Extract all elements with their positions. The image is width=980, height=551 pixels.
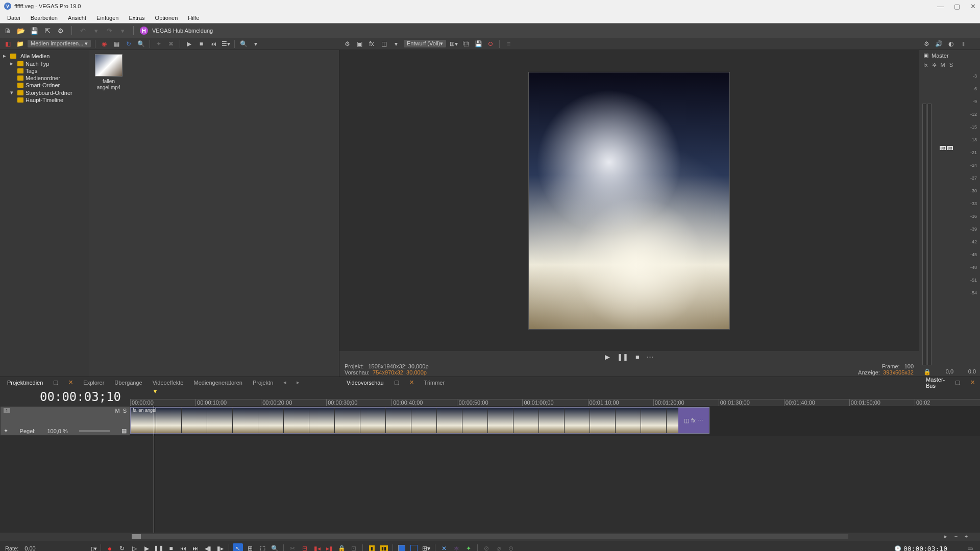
- master-solo-button[interactable]: S: [949, 62, 953, 68]
- capture-icon[interactable]: ◉: [100, 39, 109, 48]
- trim-start-button[interactable]: ▮◂: [312, 543, 322, 551]
- prev-frame-button[interactable]: ◂▮: [203, 543, 213, 551]
- bypass-button[interactable]: ⌀: [494, 543, 504, 551]
- menu-optionen[interactable]: Optionen: [151, 14, 182, 22]
- timeline-timecode[interactable]: 00:00:03;10: [0, 390, 130, 404]
- tab-uebergaenge[interactable]: Übergänge: [110, 379, 146, 387]
- search-media-icon[interactable]: 🔍: [136, 39, 145, 48]
- zoom-out-icon[interactable]: −: [952, 533, 960, 540]
- tree-haupt-timeline[interactable]: Haupt-Timeline: [1, 96, 88, 104]
- redo-icon[interactable]: ↷: [105, 26, 114, 35]
- clip-more-icon[interactable]: ⋯: [698, 417, 703, 424]
- media-view-dropdown-icon[interactable]: ☰▾: [221, 39, 230, 48]
- tab-scroll-right-icon[interactable]: ▸: [292, 378, 304, 387]
- menu-datei[interactable]: Datei: [3, 14, 24, 22]
- tab-trimmer[interactable]: Trimmer: [420, 379, 449, 387]
- preview-device-icon[interactable]: ▣: [355, 39, 364, 48]
- media-item[interactable]: fallen angel.mp4: [93, 54, 124, 91]
- tree-tags[interactable]: Tags: [1, 67, 88, 74]
- normal-edit-tool[interactable]: ↖: [233, 543, 243, 551]
- region-button[interactable]: ▮▮: [379, 543, 389, 551]
- tab-scroll-left-icon[interactable]: ◂: [279, 378, 290, 387]
- master-fx-icon[interactable]: fx: [923, 62, 928, 68]
- redo-dropdown-icon[interactable]: ▾: [118, 26, 127, 35]
- menu-ansicht[interactable]: Ansicht: [64, 14, 90, 22]
- tab-projektnotizen[interactable]: Projektn: [249, 379, 277, 387]
- refresh-icon[interactable]: ↻: [124, 39, 133, 48]
- media-fx-icon[interactable]: ✦: [154, 39, 163, 48]
- master-out-icon[interactable]: ▣: [923, 52, 928, 59]
- play-media-icon[interactable]: ▶: [184, 39, 193, 48]
- mixer-props-icon[interactable]: ⚙: [922, 39, 931, 48]
- undo-icon[interactable]: ↶: [78, 26, 87, 35]
- tree-storyboard-ordner[interactable]: ▾Storyboard-Ordner: [1, 89, 88, 96]
- event-fx-button[interactable]: ⚛: [451, 543, 461, 551]
- stop-button[interactable]: ■: [166, 543, 176, 551]
- tab-close2-icon[interactable]: ✕: [405, 378, 418, 387]
- record-button[interactable]: ●: [105, 543, 115, 551]
- autoripple-button[interactable]: [397, 543, 407, 551]
- view-icon[interactable]: ▦: [112, 39, 121, 48]
- quantize-button[interactable]: ⊞▾: [421, 543, 431, 551]
- tab-videovorschau[interactable]: Videovorschau: [342, 379, 388, 387]
- pause-button[interactable]: ❚❚: [154, 543, 164, 551]
- go-start-button[interactable]: ⏮: [178, 543, 188, 551]
- menu-bearbeiten[interactable]: Bearbeiten: [27, 14, 62, 22]
- hub-label[interactable]: VEGAS Hub Abmeldung: [152, 28, 213, 34]
- preview-overlay-icon[interactable]: ⊞▾: [449, 39, 458, 48]
- import-folder-icon[interactable]: 📁: [15, 39, 24, 48]
- track-solo-button[interactable]: S: [123, 408, 127, 414]
- menu-einfuegen[interactable]: Einfügen: [92, 14, 122, 22]
- properties-icon[interactable]: ⚙: [56, 26, 65, 35]
- transport-clock-icon[interactable]: 🕑: [894, 545, 901, 552]
- import-media-button[interactable]: Medien importieren... ▾: [28, 40, 91, 47]
- zoom-tool-button[interactable]: 🔍: [270, 543, 280, 551]
- preview-stop-icon[interactable]: ■: [635, 353, 640, 361]
- tab-videoeffekte[interactable]: Videoeffekte: [149, 379, 188, 387]
- zoom-in-icon[interactable]: +: [963, 533, 970, 540]
- preview-split-icon[interactable]: ◫: [379, 39, 388, 48]
- tree-smart-ordner[interactable]: Smart-Ordner: [1, 82, 88, 89]
- minimize-button[interactable]: —: [937, 3, 944, 10]
- lock-event-button[interactable]: 🔒: [336, 543, 347, 551]
- preview-quality-dropdown[interactable]: Entwurf (Voll)▾: [404, 40, 446, 47]
- menu-extras[interactable]: Extras: [125, 14, 149, 22]
- track-more-icon[interactable]: ▦: [121, 428, 127, 434]
- open-icon[interactable]: 📂: [16, 26, 26, 35]
- misc-button[interactable]: ⊙: [506, 543, 516, 551]
- selection-tool-button[interactable]: ⬚: [257, 543, 267, 551]
- mixer-downmix-icon[interactable]: 🔊: [934, 39, 943, 48]
- tab-detach2-icon[interactable]: ▢: [390, 378, 403, 387]
- close-button[interactable]: ✕: [970, 3, 976, 10]
- ignore-button[interactable]: ⊘: [481, 543, 492, 551]
- tab-close-icon[interactable]: ✕: [64, 378, 77, 387]
- timeline-scrollbar[interactable]: [132, 534, 848, 539]
- tree-nach-typ[interactable]: ▸Nach Typ: [1, 60, 88, 67]
- preview-copy-icon[interactable]: ⿻: [461, 39, 471, 48]
- tree-medienordner[interactable]: Medienordner: [1, 74, 88, 82]
- trim-end-button[interactable]: ▸▮: [324, 543, 334, 551]
- next-frame-button[interactable]: ▮▸: [215, 543, 225, 551]
- toggle-snap-button[interactable]: ⊞: [245, 543, 255, 551]
- clip-fx-icon[interactable]: fx: [691, 417, 696, 423]
- tab-detach-icon[interactable]: ▢: [49, 378, 62, 387]
- master-mute-button[interactable]: M: [941, 62, 945, 68]
- remove-media-icon[interactable]: ✖: [166, 39, 176, 48]
- track-header[interactable]: 1 M S ✦ Pegel: 100,0 % ▦: [0, 406, 130, 436]
- track-lane[interactable]: fallen angel ◫ fx ⋯: [130, 406, 980, 436]
- project-tree-icon[interactable]: ◧: [3, 39, 12, 48]
- rate-slider-icon[interactable]: ▯▾: [91, 545, 97, 552]
- preview-more-icon[interactable]: ⋯: [647, 353, 653, 361]
- undo-dropdown-icon[interactable]: ▾: [91, 26, 101, 35]
- preview-pause-icon[interactable]: ❚❚: [617, 353, 628, 361]
- transport-timecode[interactable]: 00:00:03;10: [903, 545, 947, 552]
- mixer-dim-icon[interactable]: ◐: [946, 39, 955, 48]
- save-icon[interactable]: 💾: [30, 26, 39, 35]
- render-icon[interactable]: ⇱: [43, 26, 52, 35]
- wand-button[interactable]: ✦: [463, 543, 474, 551]
- tab-mediengeneratoren[interactable]: Mediengeneratoren: [190, 379, 247, 387]
- cut-button[interactable]: ✂: [287, 543, 298, 551]
- stop-media-icon[interactable]: ■: [197, 39, 206, 48]
- snapping-button[interactable]: [409, 543, 419, 551]
- menu-hilfe[interactable]: Hilfe: [184, 14, 203, 22]
